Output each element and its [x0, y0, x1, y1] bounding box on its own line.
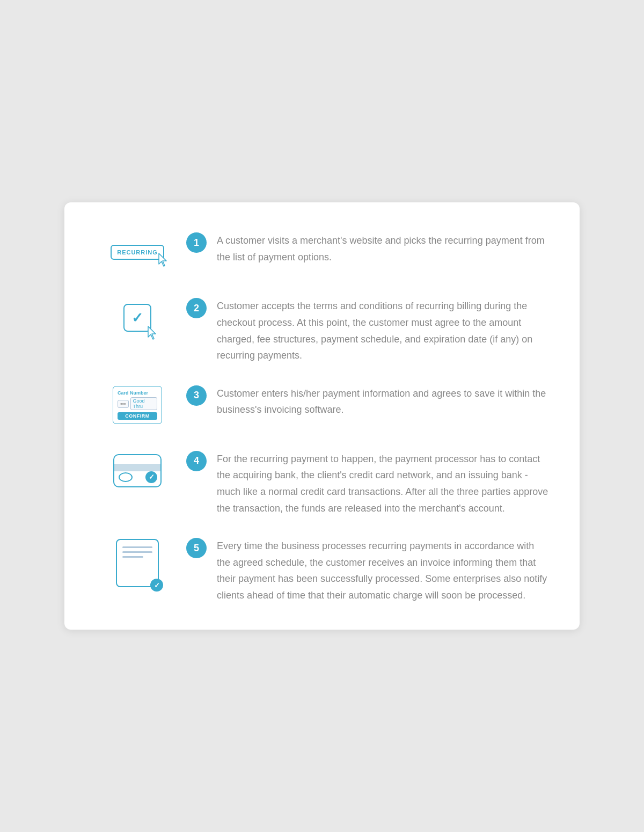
step-2-text: Customer accepts the terms and condition… [213, 294, 550, 363]
step-5: ✓ 5 Every time the business processes re… [94, 534, 550, 603]
doc-check-circle: ✓ [150, 579, 163, 592]
step-4-wrapper: ✓ 4 For the recurring payment to happen,… [94, 447, 550, 516]
step-2-num-col: 2 [180, 294, 213, 318]
svg-marker-0 [159, 253, 166, 266]
step-2-icon: ✓ [108, 294, 167, 342]
card-number-label: Card Number [118, 390, 157, 396]
step-5-text: Every time the business processes recurr… [213, 534, 550, 603]
step-3: Card Number ••• Good Thru CONFIRM 3 Cust… [94, 381, 550, 429]
step-4-num: 4 [186, 451, 207, 471]
step-5-left: ✓ [94, 534, 180, 593]
step-1-icon: RECURRING [108, 228, 167, 276]
card-oval [119, 472, 133, 482]
step-3-num-col: 3 [180, 381, 213, 406]
step-3-text: Customer enters his/her payment informat… [213, 381, 550, 418]
cursor-icon [158, 252, 170, 267]
confirm-button: CONFIRM [118, 412, 157, 420]
recurring-icon: RECURRING [111, 245, 164, 260]
step-2-num: 2 [186, 298, 207, 318]
step-3-wrapper: Card Number ••• Good Thru CONFIRM 3 Cust… [94, 381, 550, 429]
step-1: RECURRING 1 A customer visits a merchant… [94, 228, 550, 276]
step-3-num: 3 [186, 385, 207, 406]
main-card: RECURRING 1 A customer visits a merchant… [64, 202, 580, 629]
document-icon: ✓ [116, 539, 159, 587]
step-1-num-col: 1 [180, 228, 213, 253]
form-row-dots: ••• Good Thru [118, 397, 157, 410]
checkbox-container: ✓ [123, 304, 151, 332]
step-4-left: ✓ [94, 447, 180, 495]
card-check-circle: ✓ [145, 471, 157, 483]
doc-line-3 [122, 556, 143, 558]
step-2-wrapper: ✓ 2 Customer accepts the terms and condi… [94, 294, 550, 363]
step-1-left: RECURRING [94, 228, 180, 276]
step-4-text: For the recurring payment to happen, the… [213, 447, 550, 516]
card-stripe [114, 464, 160, 471]
svg-marker-1 [148, 326, 156, 339]
doc-line-1 [122, 546, 152, 548]
step-5-wrapper: ✓ 5 Every time the business processes re… [94, 534, 550, 603]
payment-form-icon: Card Number ••• Good Thru CONFIRM [113, 386, 162, 424]
good-thru-label: Good Thru [130, 397, 157, 410]
cursor-icon-2 [147, 325, 159, 340]
step-5-icon: ✓ [108, 534, 167, 593]
step-4: ✓ 4 For the recurring payment to happen,… [94, 447, 550, 516]
step-5-num-col: 5 [180, 534, 213, 558]
step-2-left: ✓ [94, 294, 180, 342]
card-dots: ••• [118, 400, 129, 408]
credit-card-icon: ✓ [113, 454, 162, 487]
step-1-wrapper: RECURRING 1 A customer visits a merchant… [94, 228, 550, 276]
step-5-num: 5 [186, 538, 207, 558]
checkmark: ✓ [131, 310, 143, 326]
doc-line-2 [122, 551, 152, 553]
step-3-icon: Card Number ••• Good Thru CONFIRM [108, 381, 167, 429]
step-4-num-col: 4 [180, 447, 213, 471]
step-1-num: 1 [186, 232, 207, 253]
step-1-text: A customer visits a merchant's website a… [213, 228, 550, 265]
step-3-left: Card Number ••• Good Thru CONFIRM [94, 381, 180, 429]
step-2: ✓ 2 Customer accepts the terms and condi… [94, 294, 550, 363]
recurring-button-label: RECURRING [111, 245, 164, 260]
step-4-icon: ✓ [108, 447, 167, 495]
